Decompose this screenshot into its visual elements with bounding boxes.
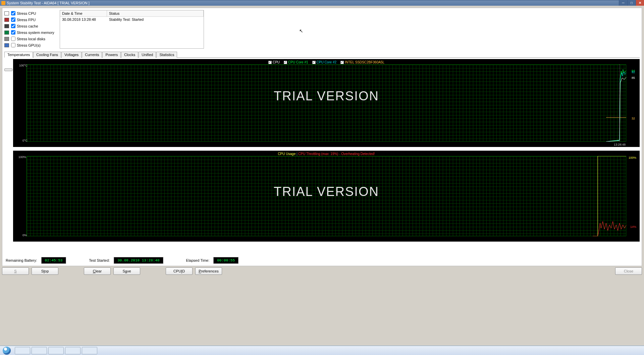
battery-value: 02:45:53 bbox=[41, 257, 66, 264]
stress-option: Stress system memory bbox=[4, 29, 56, 36]
stress-checkbox[interactable] bbox=[11, 11, 15, 15]
taskbar-item[interactable] bbox=[15, 347, 30, 354]
usage-traces bbox=[593, 156, 626, 236]
tab-clocks[interactable]: Clocks bbox=[121, 52, 138, 58]
stress-label: Stress cache bbox=[17, 24, 38, 28]
watermark-text: TRIAL VERSION bbox=[274, 89, 379, 103]
stress-label: Stress CPU bbox=[17, 11, 36, 15]
stop-button[interactable]: Stop bbox=[32, 267, 58, 275]
log-row-status: Stability Test: Started bbox=[107, 17, 204, 22]
y-axis-top: 100°C bbox=[19, 64, 28, 67]
y-axis-bot: 0°C bbox=[22, 139, 28, 142]
started-value: 30.08.2018 13:28:48 bbox=[114, 257, 163, 264]
cpuid-button[interactable]: CPUID bbox=[166, 267, 193, 275]
legend-label: CPU bbox=[273, 60, 280, 64]
taskbar-item[interactable] bbox=[48, 347, 64, 354]
stress-checkbox[interactable] bbox=[11, 24, 15, 28]
value-label: 100% bbox=[629, 156, 636, 159]
value-label: 14% bbox=[630, 225, 636, 229]
stress-option: Stress GPU(s) bbox=[4, 42, 56, 48]
tab-powers[interactable]: Powers bbox=[102, 52, 121, 58]
legend-label: INTEL SSDSC2BF360A5L bbox=[345, 60, 384, 64]
value-label: 85 bbox=[632, 76, 635, 80]
log-table: Date & Time Status 30.08.2018 13:28:48 S… bbox=[60, 10, 204, 49]
stress-checkbox[interactable] bbox=[11, 30, 15, 35]
device-icon bbox=[4, 18, 9, 22]
stress-option: Stress FPU bbox=[4, 16, 56, 23]
temperature-traces bbox=[606, 64, 626, 142]
log-row[interactable]: 30.08.2018 13:28:48 Stability Test: Star… bbox=[60, 17, 204, 22]
tab-currents[interactable]: Currents bbox=[82, 52, 102, 58]
window-title: System Stability Test - AIDA64 [ TRIAL V… bbox=[7, 1, 90, 5]
legend-checkbox[interactable] bbox=[268, 61, 272, 64]
cpu-usage-chart: CPU Usage | CPU Throttling (max: 19%) - … bbox=[13, 151, 640, 242]
maximize-button[interactable]: □ bbox=[627, 0, 636, 6]
tab-statistics[interactable]: Statistics bbox=[156, 52, 177, 58]
stress-option: Stress local disks bbox=[4, 36, 56, 42]
x-axis-time: 13:28:48 bbox=[614, 143, 626, 146]
log-header-date[interactable]: Date & Time bbox=[60, 10, 107, 16]
stress-label: Stress GPU(s) bbox=[17, 43, 41, 47]
app-icon bbox=[1, 1, 5, 5]
stress-option: Stress CPU bbox=[4, 10, 56, 16]
main-panel: Stress CPUStress FPUStress cacheStress s… bbox=[2, 8, 642, 266]
tab-cooling-fans[interactable]: Cooling Fans bbox=[33, 52, 61, 58]
device-icon bbox=[4, 43, 9, 47]
tab-strip: TemperaturesCooling FansVoltagesCurrents… bbox=[4, 51, 640, 58]
watermark-text: TRIAL VERSION bbox=[274, 184, 379, 199]
taskbar-item[interactable] bbox=[32, 347, 47, 354]
stress-label: Stress FPU bbox=[17, 18, 36, 22]
legend-item[interactable]: INTEL SSDSC2BF360A5L bbox=[340, 60, 384, 64]
log-row-date: 30.08.2018 13:28:48 bbox=[60, 17, 107, 22]
start-button[interactable]: S bbox=[2, 267, 29, 275]
status-row: Remaining Battery: 02:45:53 Test Started… bbox=[4, 257, 640, 264]
legend-item[interactable]: CPU Core #1 bbox=[284, 60, 308, 64]
legend-label: CPU Core #1 bbox=[288, 60, 308, 64]
close-button[interactable]: Close bbox=[615, 267, 642, 275]
elapsed-value: 00:00:55 bbox=[213, 257, 238, 264]
elapsed-label: Elapsed Time: bbox=[186, 258, 210, 262]
tab-temperatures[interactable]: Temperatures bbox=[4, 52, 33, 58]
scale-handle[interactable] bbox=[4, 68, 12, 71]
minimize-button[interactable]: ─ bbox=[619, 0, 627, 6]
stress-label: Stress local disks bbox=[17, 37, 45, 41]
stress-option: Stress cache bbox=[4, 23, 56, 29]
device-icon bbox=[4, 11, 9, 15]
save-button[interactable]: Save bbox=[113, 267, 140, 275]
legend-item[interactable]: CPU Core #2 bbox=[312, 60, 336, 64]
log-header-status[interactable]: Status bbox=[107, 10, 204, 16]
temperature-chart: CPUCPU Core #1CPU Core #2INTEL SSDSC2BF3… bbox=[13, 59, 640, 147]
legend-checkbox[interactable] bbox=[340, 61, 344, 64]
stress-checkbox[interactable] bbox=[11, 17, 15, 22]
start-menu-button[interactable] bbox=[0, 346, 13, 355]
device-icon bbox=[4, 31, 9, 35]
legend-item[interactable]: CPU bbox=[268, 60, 280, 64]
charts-area: CPUCPU Core #1CPU Core #2INTEL SSDSC2BF3… bbox=[4, 59, 640, 242]
button-bar: S Stop Clear Save CPUID Preferences Clos… bbox=[2, 267, 642, 275]
close-window-button[interactable]: ✕ bbox=[636, 0, 644, 6]
legend-cpu-usage: CPU Usage bbox=[278, 152, 296, 156]
title-bar: System Stability Test - AIDA64 [ TRIAL V… bbox=[0, 0, 644, 6]
started-label: Test Started: bbox=[89, 258, 110, 262]
y-axis-top: 100% bbox=[18, 155, 26, 159]
y-axis-bot: 0% bbox=[22, 234, 27, 237]
device-icon bbox=[4, 24, 9, 28]
taskbar-item[interactable] bbox=[65, 347, 80, 354]
legend-checkbox[interactable] bbox=[312, 61, 316, 64]
value-label: 92 bbox=[632, 70, 635, 74]
taskbar[interactable] bbox=[0, 346, 644, 355]
value-label: 32 bbox=[632, 117, 635, 120]
chart-legend: CPUCPU Core #1CPU Core #2INTEL SSDSC2BF3… bbox=[13, 60, 640, 64]
taskbar-item[interactable] bbox=[82, 347, 97, 354]
stress-checkbox[interactable] bbox=[11, 43, 15, 47]
preferences-button[interactable]: Preferences bbox=[195, 267, 222, 275]
tab-unified[interactable]: Unified bbox=[139, 52, 156, 58]
stress-options: Stress CPUStress FPUStress cacheStress s… bbox=[4, 10, 56, 49]
tab-voltages[interactable]: Voltages bbox=[61, 52, 82, 58]
device-icon bbox=[4, 37, 9, 41]
clear-button[interactable]: Clear bbox=[84, 267, 111, 275]
windows-orb-icon bbox=[3, 347, 11, 355]
legend-throttling: CPU Throttling (max: 19%) - Overheating … bbox=[298, 152, 375, 156]
legend-checkbox[interactable] bbox=[284, 61, 287, 64]
stress-checkbox[interactable] bbox=[11, 37, 15, 41]
